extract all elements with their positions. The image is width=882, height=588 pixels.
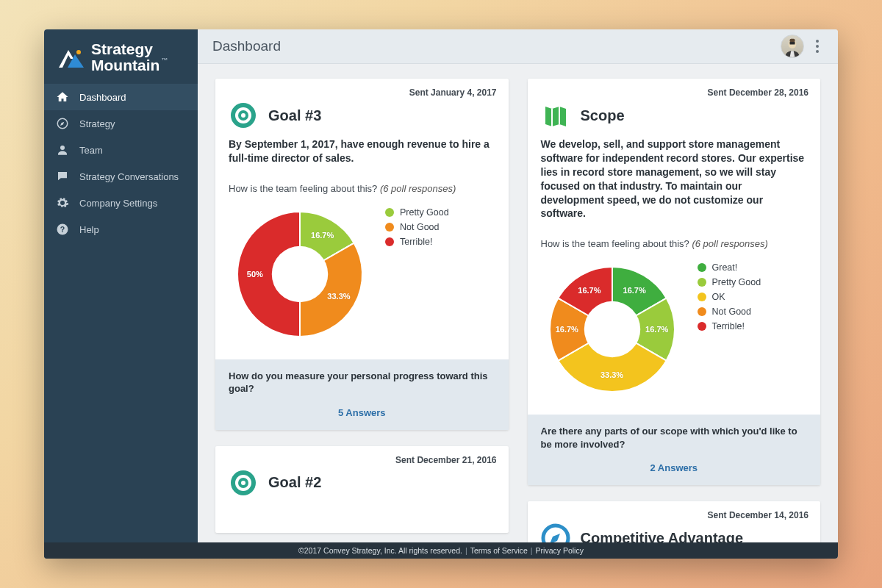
legend-item: Pretty Good: [698, 277, 761, 287]
svg-rect-7: [790, 39, 795, 42]
legend-swatch: [698, 293, 706, 301]
chart-legend: Pretty GoodNot GoodTerrible!: [385, 207, 449, 247]
sidebar-nav: Dashboard Strategy Team Strategy Convers…: [44, 84, 198, 243]
legend-swatch: [698, 322, 706, 331]
svg-point-16: [241, 481, 245, 485]
legend-label: Great!: [712, 262, 738, 273]
chart-row: 16.7%33.3%50% Pretty GoodNot GoodTerribl…: [215, 200, 509, 359]
card-body: We develop, sell, and support store mana…: [528, 136, 821, 232]
footer-terms-link[interactable]: Terms of Service: [470, 546, 528, 555]
answers-link[interactable]: 2 Answers: [541, 462, 808, 473]
sidebar-item-label: Strategy Conversations: [79, 171, 179, 182]
sidebar-item-label: Strategy: [79, 118, 115, 129]
footer-copyright: ©2017 Convey Strategy, Inc. All rights r…: [298, 546, 462, 555]
footer-privacy-link[interactable]: Privacy Policy: [536, 546, 584, 555]
legend-label: Pretty Good: [712, 277, 761, 287]
svg-text:?: ?: [60, 225, 65, 234]
target-icon: [229, 468, 258, 498]
card-title: Scope: [581, 107, 625, 124]
sent-label: Sent January 4, 2017: [215, 79, 509, 98]
card-body: By September 1, 2017, have enough revenu…: [215, 136, 509, 177]
legend-label: Terrible!: [400, 237, 432, 247]
sidebar-item-help[interactable]: ? Help: [44, 216, 198, 243]
question-text: Are there any parts of our scope with wh…: [541, 425, 808, 451]
map-icon: [541, 101, 570, 130]
column-left: Sent January 4, 2017 Goal #3 By Septembe…: [215, 79, 509, 559]
svg-point-17: [584, 301, 640, 358]
sidebar-item-strategy[interactable]: Strategy: [44, 110, 198, 137]
chart-row: 16.7%16.7%33.3%16.7%16.7% Great!Pretty G…: [528, 255, 821, 415]
avatar[interactable]: [781, 35, 804, 58]
card-title: Goal #2: [268, 474, 321, 491]
legend-swatch: [698, 263, 706, 272]
legend-swatch: [385, 237, 394, 246]
svg-point-2: [60, 146, 65, 150]
legend-item: Not Good: [385, 222, 449, 232]
brand-line1: Strategy: [91, 41, 168, 57]
question-text: How do you measure your personal progres…: [229, 370, 495, 395]
card-goal-3[interactable]: Sent January 4, 2017 Goal #3 By Septembe…: [215, 79, 509, 430]
legend-label: Not Good: [400, 222, 440, 232]
sidebar-item-label: Company Settings: [79, 198, 157, 209]
home-icon: [56, 90, 69, 104]
legend-item: Terrible!: [385, 237, 449, 247]
legend-item: Terrible!: [698, 321, 761, 331]
svg-point-12: [272, 246, 329, 303]
question-block: How do you measure your personal progres…: [215, 359, 509, 430]
sent-label: Sent December 28, 2016: [528, 79, 821, 98]
sent-label: Sent December 21, 2016: [215, 446, 509, 465]
legend-swatch: [698, 278, 706, 287]
sidebar-item-team[interactable]: Team: [44, 137, 198, 163]
main: Dashboard Sent January 4, 2017: [198, 29, 838, 559]
legend-swatch: [385, 208, 394, 217]
person-icon: [56, 143, 69, 157]
answers-link[interactable]: 5 Answers: [229, 407, 495, 418]
more-menu-button[interactable]: [808, 35, 826, 57]
legend-item: Great!: [698, 262, 761, 273]
legend-label: Terrible!: [712, 321, 745, 331]
mountain-icon: [56, 43, 85, 72]
avatar-person-icon: [782, 37, 803, 57]
card-title: Goal #3: [268, 107, 321, 124]
chat-icon: [56, 170, 69, 183]
brand-logo: Strategy Mountain™: [44, 29, 198, 84]
target-icon: [229, 101, 258, 130]
legend-item: Pretty Good: [385, 207, 449, 218]
legend-item: OK: [698, 292, 761, 302]
sidebar-item-conversations[interactable]: Strategy Conversations: [44, 163, 198, 190]
legend-label: Not Good: [712, 306, 752, 317]
sidebar-item-settings[interactable]: Company Settings: [44, 190, 198, 216]
content-area: Sent January 4, 2017 Goal #3 By Septembe…: [198, 64, 838, 559]
legend-swatch: [385, 223, 394, 232]
topbar: Dashboard: [198, 29, 838, 64]
sidebar: Strategy Mountain™ Dashboard Strategy Te…: [44, 29, 198, 559]
poll-question: How is the team feeling about this? (6 p…: [528, 232, 821, 255]
card-scope[interactable]: Sent December 28, 2016 Scope We develop,…: [528, 79, 821, 485]
compass-icon: [56, 117, 69, 130]
svg-point-0: [76, 50, 81, 54]
page-title: Dashboard: [212, 38, 281, 54]
sidebar-item-dashboard[interactable]: Dashboard: [44, 84, 198, 110]
brand-line2: Mountain: [91, 57, 159, 74]
brand-tm: ™: [161, 57, 168, 64]
footer: ©2017 Convey Strategy, Inc. All rights r…: [44, 542, 838, 559]
gear-icon: [56, 196, 69, 209]
sidebar-item-label: Team: [79, 145, 103, 156]
legend-swatch: [698, 307, 706, 316]
card-goal-2[interactable]: Sent December 21, 2016 Goal #2: [215, 446, 509, 533]
legend-item: Not Good: [698, 306, 761, 317]
sidebar-item-label: Dashboard: [79, 92, 126, 103]
question-block: Are there any parts of our scope with wh…: [528, 415, 821, 485]
svg-point-11: [241, 113, 245, 118]
legend-label: OK: [712, 292, 725, 302]
donut-chart: 16.7%33.3%50%: [229, 203, 372, 346]
donut-chart: 16.7%16.7%33.3%16.7%16.7%: [541, 258, 684, 401]
chart-legend: Great!Pretty GoodOKNot GoodTerrible!: [698, 262, 761, 331]
sidebar-item-label: Help: [79, 224, 99, 235]
brand-text: Strategy Mountain™: [91, 41, 168, 74]
sent-label: Sent December 14, 2016: [528, 501, 821, 520]
help-icon: ?: [56, 223, 69, 236]
app-window: Strategy Mountain™ Dashboard Strategy Te…: [44, 29, 838, 559]
poll-question: How is the team feeling about this? (6 p…: [215, 177, 509, 200]
column-right: Sent December 28, 2016 Scope We develop,…: [528, 79, 821, 559]
